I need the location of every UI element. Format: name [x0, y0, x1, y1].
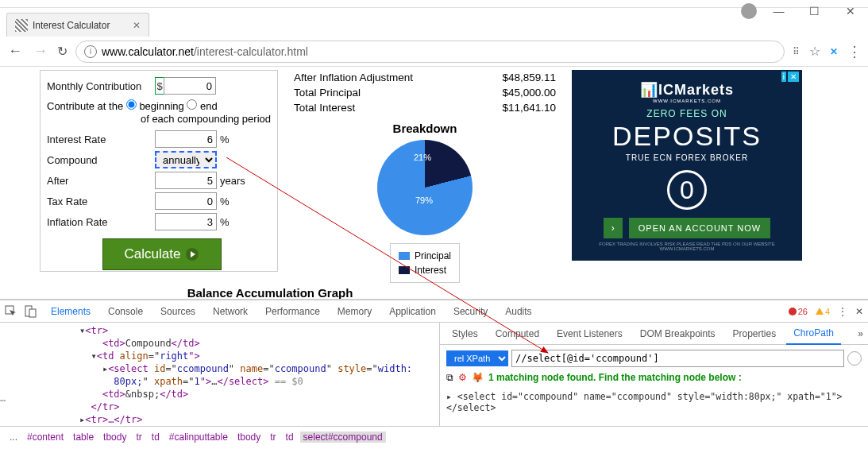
contribute-timing: Contribute at the beginning end of each …	[47, 96, 271, 129]
menu-icon[interactable]: ⋮	[847, 43, 862, 60]
address-bar: ← → ↻ i www.calculator.net/interest-calc…	[0, 37, 868, 67]
compound-select[interactable]: annually	[155, 151, 217, 168]
side-tab-styles[interactable]: Styles	[445, 323, 485, 345]
pie-label-principal: 79%	[415, 195, 433, 205]
result-value: $45,000.00	[502, 87, 556, 99]
browser-tab[interactable]: Interest Calculator ✕	[6, 13, 149, 37]
dom-tree[interactable]: ▾<tr> <td>Compound</td> ▾<td align="righ…	[0, 323, 439, 426]
after-input[interactable]	[155, 172, 217, 189]
devtools-tab-audits[interactable]: Audits	[497, 300, 539, 323]
maximize-button[interactable]: ☐	[797, 0, 832, 22]
error-count-badge[interactable]: 26	[789, 307, 808, 316]
devtools-tab-elements[interactable]: Elements	[43, 300, 98, 323]
compound-label: Compound	[47, 154, 155, 166]
chropath-extension-icon[interactable]: ⚙	[458, 372, 467, 383]
advertisement[interactable]: i ✕ 📊ICMarketsWWW.ICMARKETS.COM ZERO FEE…	[572, 70, 802, 261]
browser-tab-strip: Interest Calculator ✕	[0, 8, 868, 37]
interest-rate-label: Interest Rate	[47, 134, 155, 145]
devtools-tab-sources[interactable]: Sources	[152, 300, 203, 323]
page-content: Monthly Contribution $ Contribute at the…	[0, 67, 868, 299]
minimize-button[interactable]: —	[761, 0, 797, 22]
side-panel-tabs: Styles Computed Event Listeners DOM Brea…	[440, 323, 868, 345]
ad-info-icon[interactable]: i	[781, 72, 786, 82]
devtools-tab-console[interactable]: Console	[100, 300, 151, 323]
devtools-tab-memory[interactable]: Memory	[330, 300, 380, 323]
side-panel-more-icon[interactable]: »	[858, 328, 863, 339]
window-titlebar: — ☐ ✕	[0, 0, 868, 8]
devtools-menu-icon[interactable]: ⋮	[838, 306, 847, 317]
tab-title: Interest Calculator	[33, 20, 110, 31]
devtools-tab-security[interactable]: Security	[446, 300, 496, 323]
window-controls: — ☐ ✕	[761, 0, 868, 22]
forward-button: →	[32, 43, 49, 60]
firefox-icon[interactable]: 🦊	[472, 372, 484, 383]
side-tab-dom-breakpoints[interactable]: DOM Breakpoints	[633, 323, 723, 345]
extension-icon[interactable]: ✕	[830, 46, 838, 57]
results-panel: After Inflation Adjustment$48,859.11 Tot…	[278, 70, 572, 299]
result-value: $48,859.11	[502, 72, 556, 83]
after-unit: years	[217, 175, 249, 187]
devtools-close-icon[interactable]: ✕	[855, 306, 863, 317]
devtools-tab-network[interactable]: Network	[205, 300, 256, 323]
graph-title: Balance Accumulation Graph	[40, 286, 500, 299]
calculator-form: Monthly Contribution $ Contribute at the…	[40, 70, 278, 272]
result-label: After Inflation Adjustment	[294, 72, 413, 83]
devtools-tabs: Elements Console Sources Network Perform…	[0, 300, 868, 323]
result-label: Total Interest	[294, 102, 355, 114]
chropath-result[interactable]: ▸ <select id="ccompound" name="ccompound…	[446, 388, 862, 416]
monthly-contribution-input[interactable]	[164, 77, 216, 95]
devtools-side-panel: Styles Computed Event Listeners DOM Brea…	[439, 323, 868, 426]
dom-breadcrumb[interactable]: ... #content table tbody tr td #calinput…	[0, 426, 868, 447]
url-host: www.calculator.net	[102, 45, 194, 58]
play-circle-icon	[185, 247, 199, 261]
site-info-icon[interactable]: i	[84, 45, 97, 58]
chropath-user-icon[interactable]	[847, 351, 862, 366]
side-tab-event-listeners[interactable]: Event Listeners	[550, 323, 630, 345]
devtools-panel: Elements Console Sources Network Perform…	[0, 299, 868, 447]
translate-icon[interactable]: ⠿	[793, 46, 800, 57]
tab-close-icon[interactable]: ✕	[133, 20, 141, 31]
side-tab-chropath[interactable]: ChroPath	[786, 323, 841, 345]
reload-button[interactable]: ↻	[57, 44, 68, 59]
result-label: Total Principal	[294, 87, 361, 99]
close-button[interactable]: ✕	[832, 0, 868, 22]
bookmark-icon[interactable]: ☆	[809, 44, 820, 59]
inflation-rate-input[interactable]	[155, 213, 217, 230]
inspect-icon[interactable]	[5, 305, 17, 318]
devtools-tab-application[interactable]: Application	[381, 300, 444, 323]
inflation-rate-label: Inflation Rate	[47, 216, 155, 228]
monthly-contribution-label: Monthly Contribution	[47, 80, 155, 92]
legend-swatch-interest	[399, 266, 410, 274]
ad-logo: 📊ICMarketsWWW.ICMARKETS.COM	[572, 70, 802, 108]
chropath-match-message: 1 matching node found. Find the matching…	[488, 372, 742, 383]
pie-legend: Principal Interest	[390, 243, 460, 283]
result-value: $11,641.10	[502, 102, 556, 114]
ad-cta[interactable]: ›OPEN AN ACCOUNT NOW	[572, 218, 802, 238]
legend-swatch-principal	[399, 252, 410, 260]
pie-chart: 21% 79% Principal Interest	[294, 135, 556, 283]
ad-close-icon[interactable]: ✕	[788, 72, 799, 82]
copy-icon[interactable]: ⧉	[446, 372, 453, 383]
back-button[interactable]: ←	[6, 43, 24, 60]
interest-rate-input[interactable]	[155, 130, 217, 148]
side-tab-computed[interactable]: Computed	[488, 323, 546, 345]
toolbar-extensions: ⠿ ☆ ✕ ⋮	[793, 43, 862, 60]
chropath-mode-select[interactable]: rel XPath	[446, 350, 508, 366]
contribute-beginning-radio[interactable]	[126, 99, 137, 110]
after-label: After	[47, 175, 155, 187]
svg-rect-4	[29, 309, 36, 317]
devtools-tab-performance[interactable]: Performance	[257, 300, 328, 323]
url-path: /interest-calculator.html	[194, 45, 308, 58]
tax-rate-input[interactable]	[155, 192, 217, 210]
calculate-button[interactable]: Calculate	[102, 238, 222, 270]
breakdown-title: Breakdown	[294, 122, 556, 135]
warning-count-badge[interactable]: 4	[816, 307, 830, 316]
contribute-end-radio[interactable]	[187, 99, 197, 110]
url-input[interactable]: i www.calculator.net/interest-calculator…	[75, 41, 785, 63]
chropath-xpath-input[interactable]	[511, 350, 844, 367]
chevron-right-icon: ›	[604, 218, 623, 238]
device-toggle-icon[interactable]	[24, 305, 37, 318]
favicon-icon	[15, 19, 28, 32]
side-tab-properties[interactable]: Properties	[725, 323, 783, 345]
profile-icon[interactable]	[741, 3, 757, 19]
